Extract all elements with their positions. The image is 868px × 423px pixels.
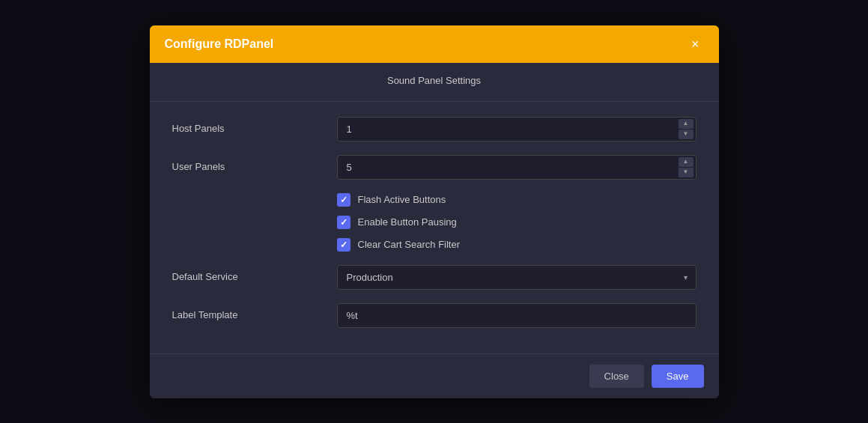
user-panels-input[interactable] bbox=[337, 155, 696, 180]
configure-rdpanel-modal: Configure RDPanel × Sound Panel Settings… bbox=[150, 25, 719, 398]
host-panels-label: Host Panels bbox=[172, 117, 337, 134]
user-panels-label: User Panels bbox=[172, 155, 337, 172]
enable-button-pausing-checkbox[interactable]: ✓ bbox=[337, 216, 350, 229]
modal-backdrop: Configure RDPanel × Sound Panel Settings… bbox=[0, 0, 868, 423]
default-service-label: Default Service bbox=[172, 265, 337, 282]
checkboxes-area: ✓ Flash Active Buttons ✓ Enable Button P… bbox=[337, 190, 696, 252]
default-service-row: Default Service Production ▾ bbox=[172, 265, 696, 290]
enable-button-pausing-checkmark: ✓ bbox=[340, 217, 347, 228]
clear-cart-search-filter-checkmark: ✓ bbox=[340, 240, 347, 250]
user-panels-up[interactable]: ▲ bbox=[679, 157, 694, 167]
host-panels-control: ▲ ▼ bbox=[337, 117, 696, 141]
host-panels-row: Host Panels ▲ ▼ bbox=[172, 117, 696, 141]
label-template-row: Label Template bbox=[172, 303, 696, 328]
user-panels-control: ▲ ▼ ✓ Flash Active Buttons bbox=[337, 155, 696, 252]
save-button[interactable]: Save bbox=[652, 365, 704, 388]
host-panels-up[interactable]: ▲ bbox=[679, 119, 694, 129]
modal-title: Configure RDPanel bbox=[165, 37, 274, 51]
clear-cart-search-filter-label: Clear Cart Search Filter bbox=[358, 239, 461, 250]
flash-active-buttons-checkbox[interactable]: ✓ bbox=[337, 193, 350, 207]
form-body: Host Panels ▲ ▼ User Panels bbox=[150, 117, 719, 328]
flash-active-buttons-checkmark: ✓ bbox=[340, 195, 347, 205]
enable-button-pausing-row[interactable]: ✓ Enable Button Pausing bbox=[337, 216, 696, 229]
modal-header: Configure RDPanel × bbox=[150, 25, 719, 63]
label-template-input[interactable] bbox=[337, 303, 696, 328]
enable-button-pausing-label: Enable Button Pausing bbox=[358, 216, 457, 228]
section-header: Sound Panel Settings bbox=[150, 63, 719, 102]
user-panels-row: User Panels ▲ ▼ bbox=[172, 155, 696, 252]
modal-footer: Close Save bbox=[150, 353, 719, 398]
host-panels-input[interactable] bbox=[337, 117, 696, 141]
default-service-select[interactable]: Production bbox=[337, 265, 696, 290]
flash-active-buttons-label: Flash Active Buttons bbox=[358, 194, 446, 205]
default-service-select-wrapper: Production ▾ bbox=[337, 265, 696, 290]
close-button[interactable]: Close bbox=[589, 365, 644, 388]
user-panels-spinner: ▲ ▼ bbox=[679, 157, 694, 177]
user-panels-down[interactable]: ▼ bbox=[679, 168, 694, 177]
clear-cart-search-filter-checkbox[interactable]: ✓ bbox=[337, 238, 350, 252]
default-service-control: Production ▾ bbox=[337, 265, 696, 290]
clear-cart-search-filter-row[interactable]: ✓ Clear Cart Search Filter bbox=[337, 238, 696, 252]
modal-close-icon[interactable]: × bbox=[687, 36, 704, 52]
user-panels-input-wrapper: ▲ ▼ bbox=[337, 155, 696, 180]
modal-body: Sound Panel Settings Host Panels ▲ ▼ bbox=[150, 63, 719, 353]
label-template-label: Label Template bbox=[172, 303, 337, 320]
flash-active-buttons-row[interactable]: ✓ Flash Active Buttons bbox=[337, 193, 696, 207]
label-template-control bbox=[337, 303, 696, 328]
host-panels-down[interactable]: ▼ bbox=[679, 130, 694, 139]
host-panels-spinner: ▲ ▼ bbox=[679, 119, 694, 139]
host-panels-input-wrapper: ▲ ▼ bbox=[337, 117, 696, 141]
